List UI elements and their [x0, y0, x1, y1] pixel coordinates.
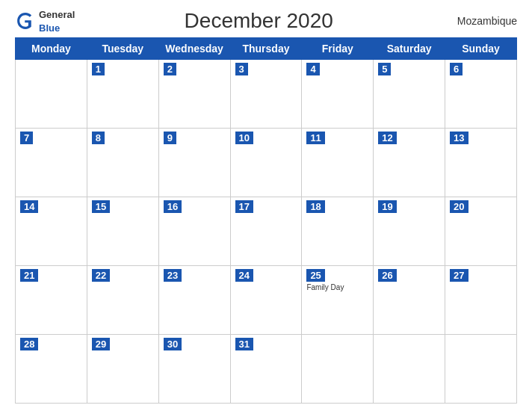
logo: General Blue — [15, 7, 75, 34]
logo-general: General — [39, 9, 75, 20]
calendar-cell: 25Family Day — [302, 266, 374, 335]
weekday-tuesday: Tuesday — [87, 38, 158, 60]
calendar-cell: 17 — [230, 197, 302, 266]
calendar-table: Monday Tuesday Wednesday Thursday Friday… — [15, 37, 517, 404]
weekday-saturday: Saturday — [374, 38, 445, 60]
weekday-thursday: Thursday — [230, 38, 302, 60]
weekday-wednesday: Wednesday — [158, 38, 230, 60]
date-number: 16 — [164, 200, 182, 213]
calendar-body: 1234567891011121314151617181920212223242… — [16, 60, 517, 404]
weekday-sunday: Sunday — [445, 38, 517, 60]
date-number: 24 — [235, 269, 253, 282]
event-label: Family Day — [305, 283, 370, 291]
date-number: 1 — [92, 63, 105, 75]
date-number: 17 — [235, 200, 253, 213]
date-number: 2 — [164, 63, 176, 75]
calendar-cell: 28 — [16, 335, 87, 404]
general-blue-logo-icon — [15, 10, 36, 31]
calendar-week-4: 2122232425Family Day2627 — [16, 266, 517, 335]
date-number: 10 — [235, 132, 253, 144]
calendar-cell: 4 — [302, 60, 374, 129]
calendar-cell: 27 — [445, 266, 517, 335]
calendar-cell: 2 — [158, 60, 230, 129]
date-number: 3 — [235, 63, 248, 75]
calendar-cell: 24 — [230, 266, 302, 335]
calendar-week-2: 78910111213 — [16, 129, 517, 197]
calendar-cell: 29 — [87, 335, 158, 404]
date-number: 9 — [164, 132, 176, 144]
date-number: 22 — [92, 269, 110, 282]
country-label: Mozambique — [442, 15, 517, 27]
date-number: 25 — [306, 269, 324, 282]
date-number: 8 — [92, 132, 105, 144]
calendar-cell: 20 — [445, 197, 517, 266]
calendar-cell — [16, 60, 87, 129]
date-number: 21 — [20, 269, 38, 282]
calendar-cell: 14 — [16, 197, 87, 266]
logo-blue: Blue — [39, 22, 60, 34]
calendar-cell: 12 — [374, 129, 445, 197]
calendar-cell: 15 — [87, 197, 158, 266]
calendar-cell: 16 — [158, 197, 230, 266]
date-number: 15 — [92, 200, 110, 213]
calendar-cell: 23 — [158, 266, 230, 335]
calendar-week-3: 14151617181920 — [16, 197, 517, 266]
date-number: 6 — [450, 63, 463, 75]
calendar-cell: 6 — [445, 60, 517, 129]
date-number: 11 — [306, 132, 324, 144]
date-number: 12 — [378, 132, 396, 144]
calendar-cell: 26 — [374, 266, 445, 335]
date-number: 18 — [306, 200, 324, 213]
weekday-header-row: Monday Tuesday Wednesday Thursday Friday… — [16, 38, 517, 60]
calendar-cell — [374, 335, 445, 404]
calendar-cell: 31 — [230, 335, 302, 404]
date-number: 27 — [450, 269, 468, 282]
page-header: General Blue December 2020 Mozambique — [15, 7, 517, 34]
date-number: 29 — [92, 338, 110, 350]
calendar-cell: 1 — [87, 60, 158, 129]
date-number: 28 — [20, 338, 38, 350]
date-number: 26 — [378, 269, 396, 282]
calendar-cell: 10 — [230, 129, 302, 197]
calendar-cell: 18 — [302, 197, 374, 266]
calendar-week-5: 28293031 — [16, 335, 517, 404]
date-number: 23 — [164, 269, 182, 282]
weekday-friday: Friday — [302, 38, 374, 60]
calendar-cell: 5 — [374, 60, 445, 129]
calendar-cell: 21 — [16, 266, 87, 335]
calendar-cell — [445, 335, 517, 404]
date-number: 31 — [235, 338, 253, 350]
calendar-cell: 11 — [302, 129, 374, 197]
calendar-title: December 2020 — [75, 9, 442, 33]
weekday-monday: Monday — [16, 38, 87, 60]
date-number: 19 — [378, 200, 396, 213]
date-number: 20 — [450, 200, 468, 213]
calendar-cell — [302, 335, 374, 404]
date-number: 4 — [306, 63, 319, 75]
date-number: 7 — [20, 132, 33, 144]
calendar-cell: 22 — [87, 266, 158, 335]
calendar-week-1: 123456 — [16, 60, 517, 129]
logo-text: General Blue — [39, 7, 75, 34]
calendar-cell: 3 — [230, 60, 302, 129]
date-number: 30 — [164, 338, 182, 350]
date-number: 13 — [450, 132, 468, 144]
date-number: 5 — [378, 63, 391, 75]
calendar-cell: 8 — [87, 129, 158, 197]
date-number: 14 — [20, 200, 38, 213]
calendar-cell: 19 — [374, 197, 445, 266]
calendar-cell: 7 — [16, 129, 87, 197]
calendar-cell: 9 — [158, 129, 230, 197]
calendar-cell: 30 — [158, 335, 230, 404]
calendar-cell: 13 — [445, 129, 517, 197]
